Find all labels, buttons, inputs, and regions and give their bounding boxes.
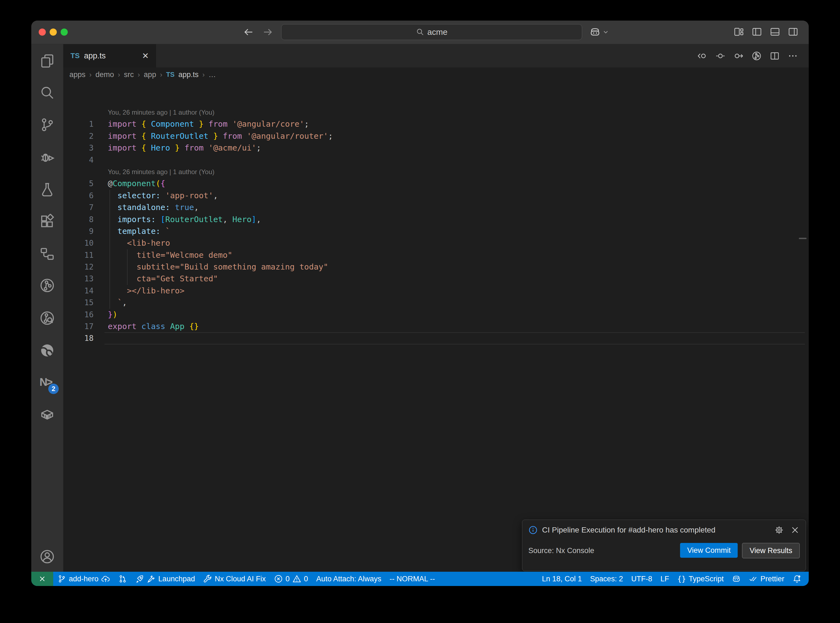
toggle-panel-icon[interactable] [770,27,780,37]
line-number[interactable]: 2 [63,130,104,142]
status-item-auto-attach[interactable]: Auto Attach: Always [312,572,385,586]
line-number[interactable]: 8 [63,213,104,226]
activity-item-run-and-debug[interactable] [40,150,55,165]
code-line-4[interactable]: 4 [63,154,809,166]
toggle-secondary-sidebar-icon[interactable] [788,27,798,37]
line-number[interactable]: 7 [63,201,104,213]
source-control-graph-icon[interactable] [752,51,762,61]
status-item-problems[interactable]: 00 [270,572,312,586]
line-number[interactable]: 18 [63,332,104,344]
code-editor[interactable]: You, 26 minutes ago | 1 author (You)1imp… [63,105,809,572]
code-line-10[interactable]: 10 <lib-hero [63,237,809,249]
line-number[interactable]: 1 [63,118,104,130]
code-line-17[interactable]: 17export class App {} [63,321,809,332]
view-commit-button[interactable]: View Commit [680,543,738,558]
notification-settings-icon[interactable] [774,525,784,535]
status-item-copilot[interactable] [728,572,745,586]
status-item-git-branch[interactable]: add-hero [53,572,114,586]
activity-item-search[interactable] [40,85,55,101]
code-text: ></lib-hero> [104,285,184,297]
code-line-9[interactable]: 9 template: ` [63,226,809,237]
line-number[interactable]: 6 [63,190,104,201]
breadcrumb-item[interactable]: demo [95,71,114,79]
navigate-forward-icon[interactable] [262,27,273,38]
code-line-11[interactable]: 11 title="Welcmoe demo" [63,249,809,261]
line-number[interactable]: 13 [63,273,104,285]
code-line-15[interactable]: 15 `, [63,297,809,308]
activity-item-references[interactable] [40,246,55,262]
status-item-language-mode[interactable]: {}TypeScript [673,572,728,586]
code-line-8[interactable]: 8 imports: [RouterOutlet, Hero], [63,213,809,226]
status-item-vim-mode[interactable]: -- NORMAL -- [385,572,439,586]
status-item-remote-indicator[interactable] [31,572,53,586]
line-number[interactable]: 10 [63,237,104,249]
code-line-5[interactable]: 5@Component({ [63,178,809,189]
activity-item-account[interactable] [40,549,55,564]
status-item-nx-cloud-ai-fix[interactable]: Nx Cloud AI Fix [199,572,270,586]
command-center-search[interactable]: acme [281,24,582,40]
view-results-button[interactable]: View Results [742,543,800,558]
status-item-launchpad[interactable]: Launchpad [131,572,199,586]
navigate-back-icon[interactable] [243,27,254,38]
code-line-14[interactable]: 14 ></lib-hero> [63,285,809,297]
code-line-3[interactable]: 3import { Hero } from '@acme/ui'; [63,142,809,154]
tab-app-ts[interactable]: TS app.ts ✕ [63,44,156,68]
open-change-icon[interactable] [716,51,725,61]
line-number[interactable]: 12 [63,261,104,273]
status-item-indentation[interactable]: Spaces: 2 [586,572,627,586]
activity-item-container[interactable] [40,407,55,422]
split-editor-icon[interactable] [770,51,780,61]
code-line-2[interactable]: 2import { RouterOutlet } from '@angular/… [63,130,809,142]
line-number[interactable]: 14 [63,285,104,297]
code-line-12[interactable]: 12 subtitle="Build something amazing tod… [63,261,809,273]
editor-toolbar [697,44,809,68]
breadcrumb-symbol[interactable]: … [209,71,216,79]
breadcrumb-separator: › [160,71,162,79]
line-number[interactable]: 4 [63,154,104,166]
line-number[interactable]: 17 [63,321,104,332]
notification-close-icon[interactable] [790,525,800,535]
breadcrumb-item[interactable]: src [124,71,134,79]
breadcrumb-file[interactable]: app.ts [178,71,199,79]
status-item-eol[interactable]: LF [656,572,674,586]
line-number[interactable]: 9 [63,226,104,237]
line-number[interactable]: 5 [63,178,104,189]
copilot-menu[interactable] [590,27,609,38]
code-line-7[interactable]: 7 standalone: true, [63,201,809,213]
activity-item-testing[interactable] [40,182,55,197]
next-change-icon[interactable] [734,51,743,61]
code-line-6[interactable]: 6 selector: 'app-root', [63,190,809,201]
code-line-13[interactable]: 13 cta="Get Started" [63,273,809,285]
code-line-18[interactable]: 18 [63,332,809,344]
code-text: imports: [RouterOutlet, Hero], [104,213,261,226]
toggle-primary-sidebar-icon[interactable] [752,27,762,37]
activity-item-extensions[interactable] [40,214,55,229]
code-line-16[interactable]: 16}) [63,309,809,321]
activity-item-source-control-graph[interactable] [40,278,55,293]
activity-item-source-control[interactable] [40,117,55,132]
more-actions-icon[interactable] [788,51,798,61]
macos-close-button[interactable] [39,29,46,36]
line-number[interactable]: 16 [63,309,104,321]
status-item-encoding[interactable]: UTF-8 [627,572,656,586]
activity-item-commit-search[interactable] [40,310,55,326]
activity-item-explorer[interactable] [40,53,55,69]
activity-item-shutter[interactable] [40,343,55,358]
status-item-notifications-bell[interactable] [788,572,805,586]
tab-close-icon[interactable]: ✕ [141,51,150,61]
customize-layout-icon[interactable] [734,27,744,37]
status-item-formatter[interactable]: Prettier [745,572,788,586]
line-number[interactable]: 3 [63,142,104,154]
macos-zoom-button[interactable] [61,29,68,36]
status-item-cursor-position[interactable]: Ln 18, Col 1 [538,572,586,586]
activity-item-nx-console[interactable]: N>2 [40,376,55,391]
previous-change-icon[interactable] [697,51,707,61]
breadcrumb-item[interactable]: app [144,71,156,79]
status-item-git-compare[interactable] [114,572,131,586]
editor-group: TS app.ts ✕ apps› demo› src› app› [63,44,809,572]
code-line-1[interactable]: 1import { Component } from '@angular/cor… [63,118,809,130]
line-number[interactable]: 15 [63,297,104,308]
breadcrumb-item[interactable]: apps [69,71,86,79]
macos-minimize-button[interactable] [50,29,57,36]
line-number[interactable]: 11 [63,249,104,261]
